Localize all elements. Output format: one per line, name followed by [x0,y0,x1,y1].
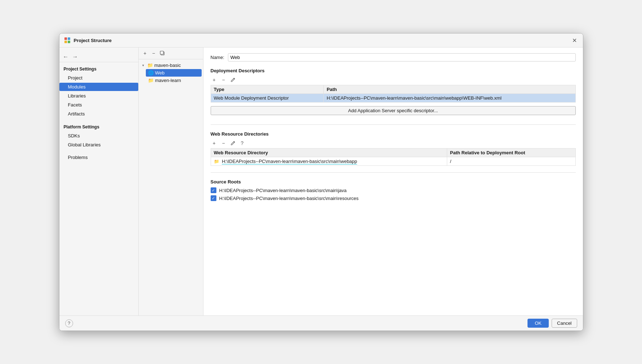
main-content: Name: Deployment Descriptors + − Ty [203,47,583,315]
source-root-item-2: ✓ H:\IDEAProjects--PC\maven-learn\maven-… [211,195,576,201]
module-copy-button[interactable] [159,50,166,57]
module-add-button[interactable]: + [142,50,149,57]
web-resource-dir-cell: 📁 H:\IDEAProjects--PC\maven-learn\maven-… [211,157,447,166]
deployment-col-type: Type [211,85,324,94]
module-tree: ▾ 📁 maven-basic 🌐 Web 📁 maven-learn [139,59,203,315]
maven-learn-icon: 📁 [148,78,154,83]
web-resource-col-path: Path Relative to Deployment Root [447,149,575,157]
svg-rect-1 [68,37,70,40]
dialog-title: Project Structure [74,38,112,43]
deployment-table: Type Path Web Module Deployment Descript… [211,85,576,103]
folder-icon-small: 📁 [214,159,219,164]
source-root-path-2: H:\IDEAProjects--PC\maven-learn\maven-ba… [219,196,359,201]
sidebar-item-modules[interactable]: Modules [59,83,138,91]
web-resource-rel-path-cell: / [447,157,575,166]
deployment-edit-button[interactable] [229,76,237,83]
title-bar: Project Structure ✕ [59,33,583,47]
folder-icon: 📁 [147,63,153,68]
footer-help-button[interactable]: ? [65,319,73,327]
sidebar: ← → Project Settings Project Modules Lib… [59,47,139,315]
name-row: Name: [211,53,576,62]
close-button[interactable]: ✕ [571,36,579,44]
web-resource-dir-path: H:\IDEAProjects--PC\maven-learn\maven-ba… [222,159,357,164]
deployment-add-button[interactable]: + [211,76,218,83]
sidebar-item-libraries[interactable]: Libraries [59,92,138,100]
project-structure-dialog: Project Structure ✕ ← → Project Settings… [59,33,583,331]
module-toolbar: + − [139,47,203,59]
tree-node-maven-learn[interactable]: 📁 maven-learn [146,77,202,84]
svg-rect-2 [64,41,67,43]
sidebar-item-facets[interactable]: Facets [59,101,138,109]
section-divider-2 [211,172,576,173]
deployment-type-cell: Web Module Deployment Descriptor [211,94,324,103]
cancel-button[interactable]: Cancel [552,319,577,328]
section-divider-1 [211,124,576,125]
sidebar-item-sdks[interactable]: SDKs [59,132,138,140]
tree-node-maven-basic[interactable]: ▾ 📁 maven-basic [140,62,202,69]
web-resource-row-1[interactable]: 📁 H:\IDEAProjects--PC\maven-learn\maven-… [211,157,575,166]
web-resource-remove-button[interactable]: − [220,140,227,147]
sidebar-item-project[interactable]: Project [59,74,138,82]
tree-node-maven-basic-label: maven-basic [154,63,181,68]
svg-rect-3 [68,41,70,43]
source-root-path-1: H:\IDEAProjects--PC\maven-learn\maven-ba… [219,188,347,193]
web-resource-edit-button[interactable] [229,140,237,147]
deployment-col-path: Path [324,85,575,94]
source-roots-title: Source Roots [211,179,576,185]
module-remove-button[interactable]: − [150,50,157,57]
sidebar-item-artifacts[interactable]: Artifacts [59,110,138,118]
web-resource-table: Web Resource Directory Path Relative to … [211,148,576,166]
svg-rect-0 [64,37,67,40]
tree-node-maven-learn-label: maven-learn [155,78,181,83]
tree-node-web[interactable]: 🌐 Web [146,69,202,77]
deployment-row-1[interactable]: Web Module Deployment Descriptor H:\IDEA… [211,94,575,103]
add-descriptor-button[interactable]: Add Application Server specific descript… [211,106,576,115]
deployment-remove-button[interactable]: − [220,76,227,83]
nav-back-button[interactable]: ← [62,53,69,60]
deployment-path-cell: H:\IDEAProjects--PC\maven-learn\maven-ba… [324,94,575,103]
platform-settings-label: Platform Settings [59,122,138,131]
tree-node-web-label: Web [155,70,165,76]
dialog-footer: ? OK Cancel [59,315,583,331]
module-pane: + − ▾ 📁 maven-basic 🌐 [139,47,203,315]
web-resource-toolbar: + − ? [211,140,576,147]
source-root-item-1: ✓ H:\IDEAProjects--PC\maven-learn\maven-… [211,187,576,193]
tree-arrow-maven-basic: ▾ [142,63,146,67]
app-icon [64,37,71,44]
source-roots-section: Source Roots ✓ H:\IDEAProjects--PC\maven… [211,179,576,203]
svg-rect-5 [160,51,163,54]
web-icon: 🌐 [148,70,154,76]
sidebar-item-problems[interactable]: Problems [59,153,138,161]
ok-button[interactable]: OK [527,319,549,328]
deployment-toolbar: + − [211,76,576,83]
deployment-descriptors-title: Deployment Descriptors [211,68,576,73]
web-resource-col-dir: Web Resource Directory [211,149,447,157]
source-root-checkbox-1[interactable]: ✓ [211,187,216,193]
source-root-checkbox-2[interactable]: ✓ [211,195,216,201]
title-bar-left: Project Structure [64,37,112,44]
sidebar-item-global-libraries[interactable]: Global Libraries [59,141,138,149]
footer-buttons: OK Cancel [527,319,577,328]
web-resource-help-button[interactable]: ? [239,140,246,147]
name-input[interactable] [228,53,576,62]
name-label: Name: [211,55,224,60]
web-resource-add-button[interactable]: + [211,140,218,147]
project-settings-label: Project Settings [59,64,138,73]
dialog-body: ← → Project Settings Project Modules Lib… [59,47,583,315]
tree-children: 🌐 Web 📁 maven-learn [140,69,202,84]
web-resource-title: Web Resource Directories [211,131,576,137]
nav-forward-button[interactable]: → [72,53,79,60]
